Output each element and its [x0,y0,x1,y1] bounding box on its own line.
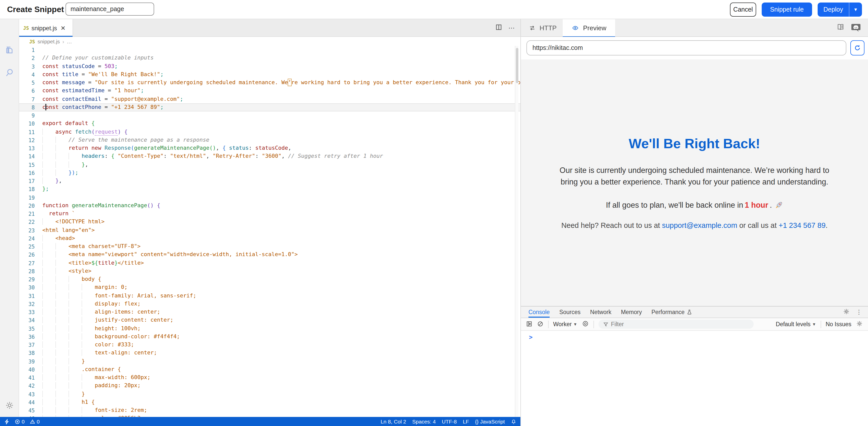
code-line-content[interactable]: .container { [42,366,121,374]
code-line[interactable]: 22 <!DOCTYPE html> [19,218,520,226]
code-line[interactable]: 18}; [19,185,520,194]
code-line[interactable]: 13 return new Response(generateMaintenan… [19,144,520,152]
devtools-tab-console[interactable]: Console [528,307,550,318]
refresh-button[interactable] [850,40,865,55]
code-line-content[interactable]: <style> [42,267,91,276]
devtools-tab-memory[interactable]: Memory [621,307,642,318]
code-line[interactable]: 33 align-items: center; [19,308,520,316]
code-line-content[interactable]: async fetch(request) { [42,128,127,136]
code-line-content[interactable]: <!DOCTYPE html> [42,218,104,226]
code-line[interactable]: 8const contactPhone = "+1 234 567 89"; [19,103,520,112]
code-line-content[interactable]: color: #0056b3; [42,415,144,417]
code-line-content[interactable]: headers: { "Content-Type": "text/html", … [42,152,383,161]
console-settings-gear-icon[interactable] [856,320,863,328]
code-line-content[interactable]: body { [42,275,101,284]
devtools-settings-gear-icon[interactable] [843,308,850,316]
code-line-content[interactable]: }, [42,177,62,185]
code-line[interactable]: 39 } [19,357,520,366]
indentation[interactable]: Spaces: 4 [412,419,435,425]
code-line[interactable]: 5const message = "Our site is currently … [19,79,520,87]
code-line-content[interactable]: const statusCode = 503; [42,62,118,70]
code-line-content[interactable]: color: #333; [42,341,134,349]
more-actions-icon[interactable]: ⋯ [508,24,515,32]
files-icon[interactable] [4,46,14,55]
snippet-rule-button[interactable]: Snippet rule [762,2,812,17]
code-line[interactable]: 45 font-size: 2rem; [19,406,520,415]
deploy-button[interactable]: Deploy [817,2,849,17]
code-line-content[interactable]: margin: 0; [42,284,127,292]
code-line-content[interactable]: h1 { [42,398,95,406]
code-line[interactable]: 1 [19,46,520,54]
code-line[interactable]: 30 margin: 0; [19,284,520,292]
docs-book-icon[interactable] [836,23,845,33]
code-line[interactable]: 15 }, [19,161,520,169]
console-output[interactable]: > [521,331,868,426]
code-line[interactable]: 21 return ` [19,210,520,218]
code-line[interactable]: 44 h1 { [19,398,520,406]
code-line-content[interactable]: height: 100vh; [42,324,141,333]
code-line[interactable]: 9 [19,111,520,120]
language-mode[interactable]: {} JavaScript [475,419,505,425]
code-line-content[interactable]: <title>${title}</title> [42,259,144,267]
code-line[interactable]: 16 }); [19,169,520,177]
tab-snippet-js[interactable]: JS snippet.js ✕ [19,19,73,37]
close-tab-icon[interactable]: ✕ [60,24,65,31]
code-line[interactable]: 19 [19,193,520,202]
preview-url-input[interactable] [526,40,846,55]
warnings-indicator[interactable]: 0 [30,419,40,425]
tab-http[interactable]: HTTP [528,19,557,37]
tab-preview[interactable]: Preview [563,19,615,37]
breadcrumb-file[interactable]: snippet.js [37,38,60,45]
code-line-content[interactable]: display: flex; [42,300,141,308]
code-line-content[interactable]: } [42,390,85,398]
code-line[interactable]: 28 <style> [19,267,520,276]
code-line[interactable]: 27 <title>${title}</title> [19,259,520,267]
code-editor[interactable]: 12// Define your customizable inputs3con… [19,46,520,417]
code-line-content[interactable]: const estimatedTime = "1 hour"; [42,87,144,95]
split-editor-icon[interactable] [495,24,502,32]
code-line[interactable]: 25 <meta charset="UTF-8"> [19,243,520,251]
code-line-content[interactable]: export default { [42,120,95,128]
code-line-content[interactable]: <meta name="viewport" content="width=dev… [42,251,298,259]
devtools-tab-performance[interactable]: Performance [651,307,692,318]
console-sidebar-toggle-icon[interactable] [526,320,532,328]
issues-counter[interactable]: No Issues [826,321,851,327]
code-line[interactable]: 10export default { [19,120,520,128]
code-line-content[interactable]: padding: 20px; [42,382,141,390]
code-line[interactable]: 32 display: flex; [19,300,520,308]
devtools-kebab-menu-icon[interactable]: ⋮ [856,309,862,316]
code-line[interactable]: 29 body { [19,275,520,284]
code-line[interactable]: 6const estimatedTime = "1 hour"; [19,87,520,95]
clear-console-icon[interactable] [537,320,544,328]
code-line-content[interactable]: align-items: center; [42,308,160,316]
errors-indicator[interactable]: 0 [14,419,25,425]
code-line[interactable]: 23<html lang="en"> [19,226,520,234]
code-line-content[interactable]: // Define your customizable inputs [42,54,154,62]
code-line-content[interactable]: const contactPhone = "+1 234 567 89"; [42,103,163,112]
eol-sequence[interactable]: LF [463,419,469,425]
log-levels-selector[interactable]: Default levels ▼ [776,321,816,327]
cursor-position[interactable]: Ln 8, Col 2 [381,419,406,425]
code-line-content[interactable]: max-width: 600px; [42,374,150,382]
phone-link[interactable]: +1 234 567 89 [779,221,826,229]
code-line-content[interactable]: const message = "Our site is currently u… [42,79,520,87]
code-line[interactable]: 38 text-align: center; [19,349,520,358]
code-line-content[interactable]: text-align: center; [42,349,157,358]
code-line-content[interactable]: const title = "We'll Be Right Back!"; [42,70,163,79]
scrollbar-thumb[interactable] [516,48,518,83]
code-line-content[interactable]: <head> [42,234,75,243]
code-line-content[interactable]: const contactEmail = "support@example.co… [42,95,183,103]
cancel-button[interactable]: Cancel [730,2,756,17]
devtools-tab-sources[interactable]: Sources [559,307,580,318]
code-line[interactable]: 2// Define your customizable inputs [19,54,520,62]
code-line[interactable]: 36 background-color: #f4f4f4; [19,333,520,341]
code-line[interactable]: 11 async fetch(request) { [19,128,520,136]
code-line-content[interactable]: background-color: #f4f4f4; [42,333,180,341]
search-icon[interactable] [4,67,14,78]
code-line-content[interactable]: <html lang="en"> [42,226,95,234]
context-selector[interactable]: Worker ▼ [553,321,577,327]
settings-gear-icon[interactable] [4,400,14,410]
code-line-content[interactable]: }); [42,169,78,177]
code-line-content[interactable]: function generateMaintenancePage() { [42,202,160,210]
remote-indicator-icon[interactable] [4,419,9,424]
